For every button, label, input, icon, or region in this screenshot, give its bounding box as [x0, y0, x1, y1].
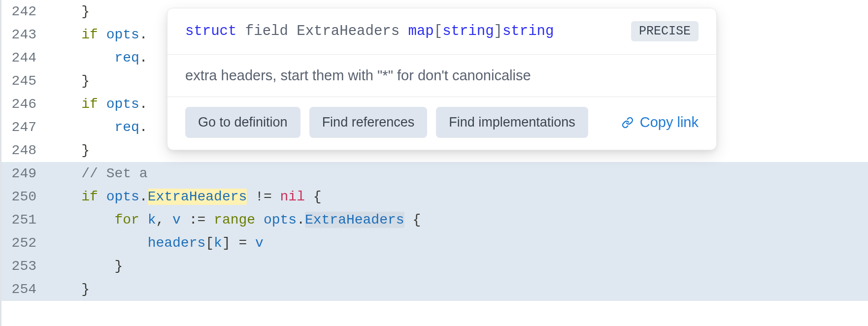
precise-badge: PRECISE — [631, 21, 699, 41]
code-line[interactable]: 251 for k, v := range opts.ExtraHeaders … — [1, 208, 868, 231]
hover-popup: struct field ExtraHeaders map[string]str… — [167, 8, 717, 150]
popup-header: struct field ExtraHeaders map[string]str… — [167, 8, 716, 55]
code-editor: 242 } 243 if opts. 244 req. 245 } 246 if… — [0, 0, 868, 326]
line-number: 242 — [1, 0, 48, 23]
line-number: 246 — [1, 93, 48, 116]
code-content: headers[k] = v — [48, 231, 264, 255]
code-content: } — [48, 69, 90, 93]
line-number: 251 — [1, 208, 48, 231]
link-icon — [620, 117, 635, 129]
line-number: 249 — [1, 162, 48, 185]
code-content: if opts.ExtraHeaders != nil { — [48, 185, 322, 208]
find-implementations-button[interactable]: Find implementations — [436, 107, 588, 138]
line-number: 253 — [1, 255, 48, 278]
copy-link-button[interactable]: Copy link — [620, 114, 699, 130]
code-content: } — [48, 139, 90, 162]
symbol-reference: ExtraHeaders — [305, 212, 404, 228]
find-references-button[interactable]: Find references — [309, 107, 428, 138]
code-line[interactable]: 252 headers[k] = v — [1, 231, 868, 255]
popup-doc: extra headers, start them with "*" for d… — [167, 55, 716, 97]
code-content: req. — [48, 46, 148, 69]
popup-actions: Go to definition Find references Find im… — [167, 97, 716, 150]
code-content: if opts. — [48, 23, 148, 46]
go-to-definition-button[interactable]: Go to definition — [185, 107, 300, 138]
code-line[interactable]: 253 } — [1, 255, 868, 278]
code-content: for k, v := range opts.ExtraHeaders { — [48, 208, 421, 231]
line-number: 245 — [1, 69, 48, 93]
code-content: } — [48, 278, 90, 301]
line-number: 248 — [1, 139, 48, 162]
popup-signature: struct field ExtraHeaders map[string]str… — [185, 23, 554, 39]
line-number: 252 — [1, 231, 48, 255]
code-line[interactable]: 249 // Set a — [1, 162, 868, 185]
code-content: } — [48, 0, 90, 23]
code-content: // Set a — [48, 162, 148, 185]
copy-link-label: Copy link — [640, 114, 699, 130]
symbol-highlight: ExtraHeaders — [148, 189, 247, 205]
line-number: 244 — [1, 46, 48, 69]
line-number: 243 — [1, 23, 48, 46]
line-number: 254 — [1, 278, 48, 301]
line-number: 250 — [1, 185, 48, 208]
code-content: req. — [48, 116, 148, 139]
code-line[interactable]: 250 if opts.ExtraHeaders != nil { — [1, 185, 868, 208]
code-content: if opts. — [48, 93, 148, 116]
code-content: } — [48, 255, 123, 278]
code-line[interactable]: 254 } — [1, 278, 868, 301]
line-number: 247 — [1, 116, 48, 139]
